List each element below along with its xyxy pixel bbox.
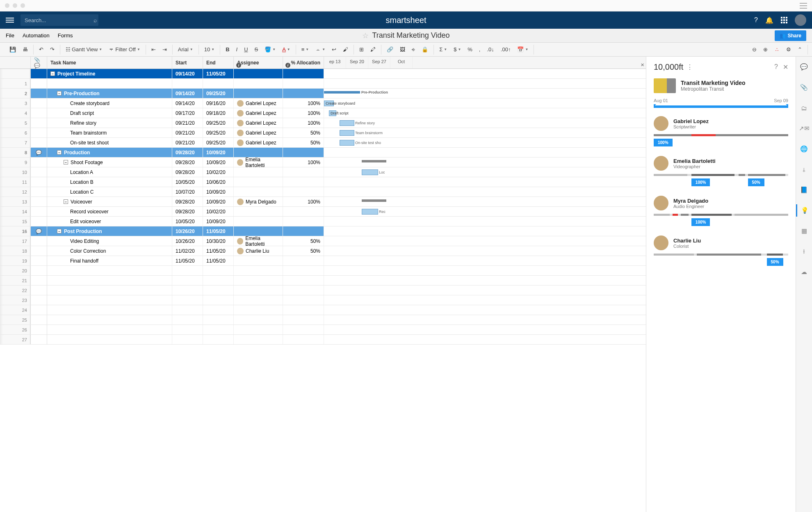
- alloc-cell[interactable]: 100%: [283, 108, 324, 118]
- start-cell[interactable]: 09/28/20: [172, 207, 203, 216]
- outdent-icon[interactable]: ⇤: [149, 45, 158, 54]
- task-cell[interactable]: [47, 335, 172, 344]
- assignee-cell[interactable]: [234, 305, 283, 315]
- alloc-cell[interactable]: 50%: [283, 246, 324, 256]
- row-number[interactable]: 13: [0, 197, 31, 206]
- rail-activity-icon[interactable]: ⫰: [796, 163, 812, 176]
- row-number[interactable]: 25: [0, 315, 31, 325]
- start-cell[interactable]: 09/14/20: [172, 69, 203, 78]
- menu-forms[interactable]: Forms: [58, 32, 73, 39]
- fill-color-icon[interactable]: 🪣▼: [262, 45, 278, 54]
- alloc-cell[interactable]: 100%: [283, 197, 324, 206]
- alloc-cell[interactable]: 50%: [283, 236, 324, 246]
- row-number[interactable]: 2: [0, 89, 31, 98]
- panel-help-icon[interactable]: ?: [774, 63, 778, 71]
- menu-automation[interactable]: Automation: [23, 32, 50, 39]
- collapse-icon[interactable]: −: [64, 199, 68, 204]
- assignee-cell[interactable]: [234, 266, 283, 275]
- undo-icon[interactable]: ↶: [37, 45, 46, 54]
- task-col-header[interactable]: Task Name: [47, 57, 172, 69]
- help-icon[interactable]: ?: [754, 16, 758, 24]
- table-row[interactable]: 12Location C10/07/2010/09/20: [0, 187, 646, 197]
- table-row[interactable]: 26: [0, 325, 646, 335]
- task-cell[interactable]: [47, 325, 172, 334]
- assignee-cell[interactable]: [234, 207, 283, 216]
- font-selector[interactable]: Arial ▼: [176, 45, 195, 54]
- task-cell[interactable]: [47, 315, 172, 325]
- row-number[interactable]: 5: [0, 118, 31, 128]
- alloc-cell[interactable]: [283, 207, 324, 216]
- table-row[interactable]: 5Refine story09/21/2009/25/20Gabriel Lop…: [0, 118, 646, 128]
- row-number[interactable]: 26: [0, 325, 31, 334]
- assignee-cell[interactable]: Gabriel Lopez: [234, 118, 283, 128]
- assignee-cell[interactable]: [234, 69, 283, 78]
- gantt-bar[interactable]: On-site test sho: [340, 140, 354, 146]
- assignee-cell[interactable]: [234, 276, 283, 285]
- start-cell[interactable]: 10/26/20: [172, 236, 203, 246]
- start-cell[interactable]: 10/05/20: [172, 217, 203, 226]
- share-button[interactable]: 👥 Share: [775, 30, 806, 41]
- start-cell[interactable]: 09/28/20: [172, 158, 203, 167]
- end-cell[interactable]: [203, 315, 234, 325]
- start-cell[interactable]: [172, 315, 203, 325]
- task-cell[interactable]: Video Editing: [47, 236, 172, 246]
- task-cell[interactable]: Location B: [47, 177, 172, 187]
- row-number[interactable]: [0, 69, 31, 78]
- rail-resource-icon[interactable]: 💡: [796, 204, 812, 217]
- task-cell[interactable]: −Shoot Footage: [47, 158, 172, 167]
- assignee-cell[interactable]: [234, 148, 283, 157]
- end-cell[interactable]: 10/09/20: [203, 158, 234, 167]
- browser-menu-icon[interactable]: [800, 3, 807, 9]
- task-cell[interactable]: Team brainstorm: [47, 128, 172, 137]
- currency-icon[interactable]: $▼: [452, 45, 463, 54]
- task-cell[interactable]: Edit voiceover: [47, 217, 172, 226]
- gantt-bar[interactable]: Pre-Production: [324, 91, 360, 94]
- table-row[interactable]: 25: [0, 315, 646, 325]
- decimal-dec-icon[interactable]: .0↓: [485, 45, 496, 54]
- task-cell[interactable]: Refine story: [47, 118, 172, 128]
- alloc-cell[interactable]: 50%: [283, 128, 324, 137]
- row-number[interactable]: 6: [0, 128, 31, 137]
- end-cell[interactable]: 11/05/20: [203, 256, 234, 265]
- collapse-panel-icon[interactable]: ⌃: [796, 45, 804, 54]
- start-cell[interactable]: 09/14/20: [172, 98, 203, 108]
- alloc-col-header[interactable]: % Allocationi: [283, 57, 324, 69]
- image-icon[interactable]: 🖼: [398, 45, 407, 54]
- gantt-close-icon[interactable]: ✕: [641, 62, 644, 68]
- alloc-cell[interactable]: 100%: [283, 98, 324, 108]
- info-icon[interactable]: i: [285, 63, 290, 68]
- row-number[interactable]: 22: [0, 286, 31, 295]
- end-cell[interactable]: 09/18/20: [203, 108, 234, 118]
- row-number[interactable]: 15: [0, 217, 31, 226]
- start-cell[interactable]: 10/05/20: [172, 177, 203, 187]
- rail-proof-icon[interactable]: 🗂: [796, 102, 812, 114]
- end-cell[interactable]: 11/05/20: [203, 69, 234, 78]
- table-row[interactable]: 4Draft script09/17/2009/18/20Gabriel Lop…: [0, 108, 646, 118]
- size-selector[interactable]: 10 ▼: [202, 45, 217, 54]
- date-format-icon[interactable]: 📅▼: [515, 45, 530, 54]
- assignee-cell[interactable]: [234, 167, 283, 177]
- collapse-icon[interactable]: −: [64, 160, 68, 165]
- table-row[interactable]: 7On-site test shoot09/21/2009/25/20Gabri…: [0, 138, 646, 148]
- row-number[interactable]: 9: [0, 158, 31, 167]
- alloc-cell[interactable]: [283, 79, 324, 88]
- table-row[interactable]: 18Color Correction11/02/2011/05/20Charli…: [0, 246, 646, 256]
- row-number[interactable]: 27: [0, 335, 31, 344]
- alloc-cell[interactable]: 100%: [283, 118, 324, 128]
- end-cell[interactable]: [203, 266, 234, 275]
- gantt-bar[interactable]: [362, 160, 386, 162]
- alloc-cell[interactable]: [283, 266, 324, 275]
- table-row[interactable]: 10Location A09/28/2010/02/20Loc: [0, 167, 646, 177]
- assignee-cell[interactable]: Myra Delgado: [234, 197, 283, 206]
- start-cell[interactable]: [172, 266, 203, 275]
- end-cell[interactable]: 10/02/20: [203, 207, 234, 216]
- table-row[interactable]: −Project Timeline09/14/2011/05/20: [0, 69, 646, 79]
- row-number[interactable]: 16: [0, 226, 31, 236]
- table-row[interactable]: 1: [0, 79, 646, 89]
- alloc-cell[interactable]: [283, 226, 324, 236]
- minimize-dot[interactable]: [13, 3, 17, 8]
- table-row[interactable]: 11Location B10/05/2010/06/20: [0, 177, 646, 187]
- task-cell[interactable]: On-site test shoot: [47, 138, 172, 147]
- view-selector[interactable]: ☷ Gantt View ▼: [64, 45, 104, 54]
- alloc-cell[interactable]: [283, 325, 324, 334]
